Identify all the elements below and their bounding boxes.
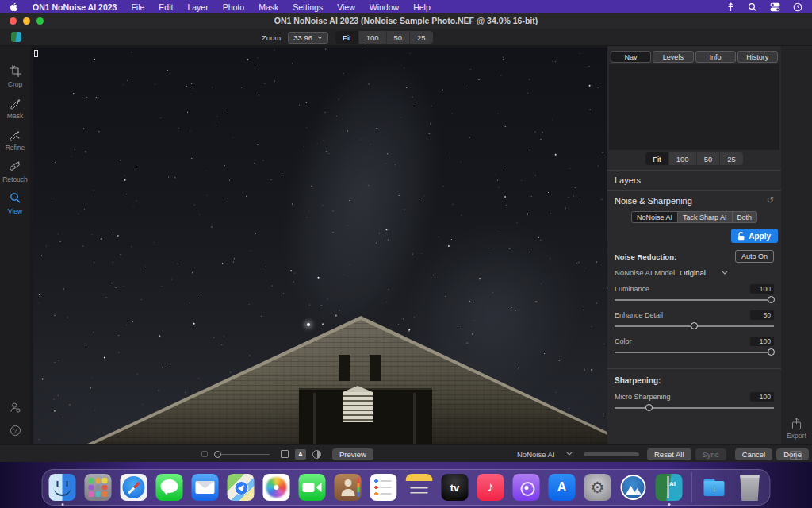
menu-photo[interactable]: Photo (223, 2, 244, 12)
menu-settings[interactable]: Settings (293, 2, 323, 12)
nav-zoom-preset-fit[interactable]: Fit (645, 152, 669, 165)
bottom-mode-dropdown[interactable]: NoNoise AI (517, 450, 555, 459)
tool-refine[interactable]: Refine (6, 129, 25, 152)
single-view-icon[interactable] (281, 450, 289, 458)
dock-maps-icon[interactable] (228, 474, 255, 501)
zoom-preset-fit[interactable]: Fit (335, 31, 359, 44)
mode-tack-sharp-ai[interactable]: Tack Sharp AI (678, 212, 733, 222)
menu-edit[interactable]: Edit (159, 2, 173, 12)
zoom-preset-100[interactable]: 100 (359, 31, 387, 44)
tool-label: Retouch (2, 175, 28, 183)
photo-canvas[interactable] (33, 48, 607, 444)
zoom-preset-segments: Fit1005025 (335, 31, 433, 44)
pen-tablet-icon[interactable] (726, 2, 735, 12)
mode-both[interactable]: Both (733, 212, 757, 222)
dock-notes-icon[interactable] (406, 474, 433, 501)
svg-text:?: ? (13, 427, 17, 434)
dock-podcasts-icon[interactable] (513, 474, 540, 501)
slider-track[interactable] (615, 322, 774, 329)
model-value-dropdown[interactable]: Original (680, 268, 706, 277)
apple-menu-icon[interactable] (10, 2, 18, 11)
app-toolbar: Zoom 33.96 Fit1005025 (0, 29, 812, 46)
dock-downloads-icon[interactable]: ↓ (701, 474, 728, 501)
slider-handle[interactable] (768, 348, 775, 356)
tab-info[interactable]: Info (695, 51, 736, 63)
window-title: ON1 NoNoise AI 2023 (NoNoise Sample Phot… (0, 16, 812, 25)
menu-layer[interactable]: Layer (187, 2, 208, 12)
right-panel: NavLevelsInfoHistory Fit1005025 Layers N… (607, 46, 781, 444)
slider-track[interactable] (615, 348, 774, 356)
menu-app-name[interactable]: ON1 NoNoise AI 2023 (33, 2, 117, 12)
right-edge-strip: Export (781, 46, 812, 444)
dock-nonoise-icon[interactable]: AI (656, 474, 683, 501)
nav-zoom-preset-50[interactable]: 50 (697, 152, 721, 165)
tool-mask[interactable]: Mask (7, 97, 23, 120)
zoom-preset-25[interactable]: 25 (410, 31, 433, 44)
tool-retouch[interactable]: Retouch (2, 160, 28, 183)
dock-contacts-icon[interactable] (335, 474, 362, 501)
zoom-value-dropdown[interactable]: 33.96 (288, 32, 328, 44)
dock-photos-icon[interactable] (263, 474, 290, 501)
tool-label: View (8, 207, 22, 215)
menu-window[interactable]: Window (370, 2, 399, 12)
menu-view[interactable]: View (337, 2, 355, 12)
dock-settings-icon[interactable]: ⚙ (584, 474, 611, 501)
zoom-preset-50[interactable]: 50 (387, 31, 411, 44)
menu-file[interactable]: File (131, 2, 144, 12)
slider-track[interactable] (615, 404, 774, 411)
menu-mask[interactable]: Mask (259, 2, 278, 12)
layers-header[interactable]: Layers (607, 171, 781, 185)
nav-zoom-preset-100[interactable]: 100 (669, 152, 697, 165)
reset-all-button[interactable]: Reset All (647, 448, 691, 460)
reset-pane-icon[interactable]: ↺ (767, 195, 774, 206)
slider-handle[interactable] (768, 296, 775, 303)
slider-track[interactable] (615, 296, 774, 303)
help-icon[interactable]: ? (10, 425, 21, 440)
tool-label: Refine (6, 144, 25, 152)
dock-on1raw-icon[interactable] (620, 474, 647, 501)
before-view-icon[interactable]: A (295, 449, 306, 460)
apply-button[interactable]: Apply (731, 229, 778, 243)
nav-zoom-preset-25[interactable]: 25 (720, 152, 743, 165)
tool-sidebar: CropMaskRefineRetouchView ? (0, 46, 30, 444)
slider-handle[interactable] (645, 404, 653, 411)
account-icon[interactable] (10, 402, 21, 417)
dock-trash-icon[interactable] (737, 474, 764, 501)
split-compare-icon[interactable] (312, 450, 321, 459)
cancel-button[interactable]: Cancel (735, 448, 773, 460)
refine-brush-icon (9, 129, 21, 142)
noise-reduction-label: Noise Reduction: (615, 252, 676, 261)
preview-zoom-slider[interactable] (214, 451, 270, 458)
auto-on-button[interactable]: Auto On (735, 250, 774, 263)
dock-facetime-icon[interactable] (299, 474, 326, 501)
control-center-icon[interactable] (770, 2, 780, 12)
noise-mode-segments: NoNoise AITack Sharp AIBoth (631, 211, 757, 223)
model-label: NoNoise AI Model (615, 268, 675, 277)
slider-handle[interactable] (691, 322, 698, 329)
window-title-bar: ON1 NoNoise AI 2023 (NoNoise Sample Phot… (0, 13, 812, 29)
preview-zoom-icon (201, 451, 208, 457)
dock-launchpad-icon[interactable] (85, 474, 112, 501)
dock-tv-icon[interactable]: tv (442, 474, 469, 501)
dock-safari-icon[interactable] (121, 474, 147, 501)
tab-history[interactable]: History (737, 51, 778, 63)
dock-music-icon[interactable]: ♪ (477, 474, 504, 501)
dock-finder-icon[interactable] (49, 474, 76, 501)
export-button[interactable]: Export (781, 418, 812, 440)
menu-help[interactable]: Help (413, 2, 431, 12)
mode-nonoise-ai[interactable]: NoNoise AI (632, 212, 678, 222)
dock-messages-icon[interactable] (156, 474, 183, 501)
spotlight-search-icon[interactable] (748, 2, 757, 12)
clock-icon[interactable] (793, 2, 802, 12)
preview-button[interactable]: Preview (332, 448, 373, 460)
dock-mail-icon[interactable] (192, 474, 219, 501)
navigator-preview[interactable] (609, 64, 779, 150)
tab-nav[interactable]: Nav (611, 51, 651, 63)
tool-crop[interactable]: Crop (8, 65, 22, 88)
noise-sharpening-header[interactable]: Noise & Sharpening (615, 196, 692, 206)
slider-value: 100 (750, 392, 774, 402)
tab-levels[interactable]: Levels (653, 51, 693, 63)
tool-view[interactable]: View (8, 192, 22, 215)
dock-reminders-icon[interactable] (370, 474, 397, 501)
dock-appstore-icon[interactable]: A (549, 474, 576, 501)
